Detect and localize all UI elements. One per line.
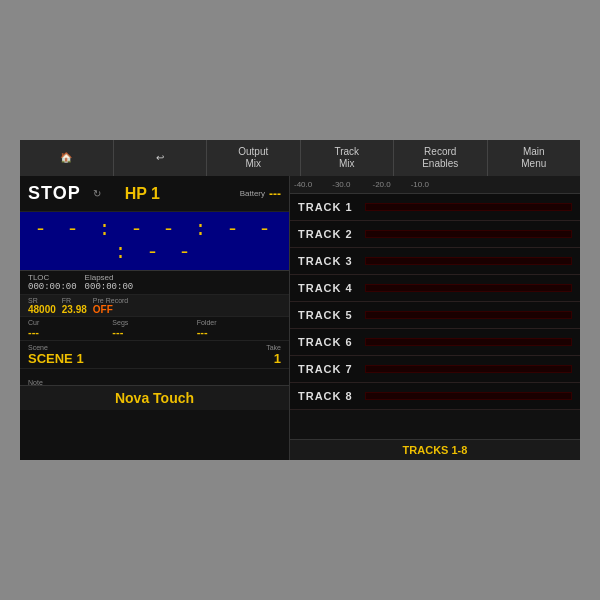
track-mix-label: TrackMix	[334, 146, 359, 170]
sr-value[interactable]: 48000	[28, 304, 56, 315]
settings-row: SR 48000 FR 23.98 Pre Record OFF	[20, 295, 289, 317]
home-icon: 🏠	[60, 152, 72, 164]
hp-label: HP 1	[125, 185, 160, 203]
elapsed-value: 000:00:00	[85, 282, 134, 292]
track-meter-4	[365, 284, 572, 292]
elapsed-col: Elapsed 000:00:00	[85, 273, 134, 292]
track-name-2: TRACK 2	[298, 228, 353, 240]
scene-value[interactable]: SCENE 1	[28, 351, 155, 366]
segs-value: ---	[112, 326, 196, 338]
meter-scale-bar: -40.0 -30.0 -20.0 -10.0	[290, 176, 580, 194]
track-name-6: TRACK 6	[298, 336, 353, 348]
take-label: Take	[155, 344, 282, 351]
tracks-bottom-label: TRACKS 1-8	[290, 439, 580, 460]
track-name-5: TRACK 5	[298, 309, 353, 321]
track-row-8[interactable]: TRACK 8	[290, 383, 580, 410]
take-col: Take 1	[155, 344, 282, 366]
cur-label: Cur	[28, 319, 112, 326]
fr-col: FR 23.98	[62, 297, 87, 315]
segs-label: Segs	[112, 319, 196, 326]
record-enables-label: RecordEnables	[422, 146, 458, 170]
nav-output-mix[interactable]: OutputMix	[207, 140, 301, 176]
note-row: Note	[20, 369, 289, 385]
track-name-8: TRACK 8	[298, 390, 353, 402]
track-name-1: TRACK 1	[298, 201, 353, 213]
transport-row: STOP ↻ HP 1 Battery ---	[20, 176, 289, 212]
nav-bar: 🏠 ↩ OutputMix TrackMix RecordEnables Mai…	[20, 140, 580, 176]
tloc-row: TLOC 000:00:00 Elapsed 000:00:00	[20, 271, 289, 295]
cur-col: Cur ---	[28, 319, 112, 338]
tracks-area: TRACK 1TRACK 2TRACK 3TRACK 4TRACK 5TRACK…	[290, 194, 580, 439]
track-name-7: TRACK 7	[298, 363, 353, 375]
track-meter-2	[365, 230, 572, 238]
meter-tick-3: -20.0	[372, 180, 390, 189]
sync-icon: ↻	[93, 188, 101, 199]
app-container: 🏠 ↩ OutputMix TrackMix RecordEnables Mai…	[20, 140, 580, 460]
folder-value: ---	[197, 326, 281, 338]
track-name-3: TRACK 3	[298, 255, 353, 267]
fr-value[interactable]: 23.98	[62, 304, 87, 315]
elapsed-label: Elapsed	[85, 273, 134, 282]
track-meter-3	[365, 257, 572, 265]
track-meter-5	[365, 311, 572, 319]
track-name-4: TRACK 4	[298, 282, 353, 294]
scene-label: Scene	[28, 344, 155, 351]
track-row-4[interactable]: TRACK 4	[290, 275, 580, 302]
fr-label: FR	[62, 297, 87, 304]
sr-label: SR	[28, 297, 56, 304]
battery-value: ---	[269, 187, 281, 201]
folder-col: Folder ---	[197, 319, 281, 338]
left-bottom-label: Nova Touch	[20, 385, 289, 410]
track-row-2[interactable]: TRACK 2	[290, 221, 580, 248]
nav-record-enables[interactable]: RecordEnables	[394, 140, 488, 176]
scene-col: Scene SCENE 1	[28, 344, 155, 366]
track-row-1[interactable]: TRACK 1	[290, 194, 580, 221]
track-meter-6	[365, 338, 572, 346]
track-meter-8	[365, 392, 572, 400]
timecode-display: - - : - - : - - : - -	[20, 212, 289, 271]
segs-col: Segs ---	[112, 319, 196, 338]
back-icon: ↩	[156, 152, 164, 164]
scene-row: Scene SCENE 1 Take 1	[20, 341, 289, 369]
prerecord-label: Pre Record	[93, 297, 128, 304]
transport-status[interactable]: STOP	[28, 183, 81, 204]
output-mix-label: OutputMix	[238, 146, 268, 170]
track-row-5[interactable]: TRACK 5	[290, 302, 580, 329]
main-menu-label: MainMenu	[521, 146, 546, 170]
prerecord-value[interactable]: OFF	[93, 304, 128, 315]
track-meter-1	[365, 203, 572, 211]
battery-label: Battery	[240, 189, 265, 198]
nav-main-menu[interactable]: MainMenu	[488, 140, 581, 176]
right-panel: -40.0 -30.0 -20.0 -10.0 TRACK 1TRACK 2TR…	[290, 176, 580, 460]
nav-track-mix[interactable]: TrackMix	[301, 140, 395, 176]
meter-tick-4: -10.0	[411, 180, 429, 189]
nav-home[interactable]: 🏠	[20, 140, 114, 176]
main-area: STOP ↻ HP 1 Battery --- - - : - - : - - …	[20, 176, 580, 460]
folder-label: Folder	[197, 319, 281, 326]
battery-row: Battery ---	[240, 187, 281, 201]
nav-back[interactable]: ↩	[114, 140, 208, 176]
left-panel: STOP ↻ HP 1 Battery --- - - : - - : - - …	[20, 176, 290, 460]
sr-col: SR 48000	[28, 297, 56, 315]
meter-tick-2: -30.0	[332, 180, 350, 189]
cue-row: Cur --- Segs --- Folder ---	[20, 317, 289, 341]
cur-value: ---	[28, 326, 112, 338]
prerecord-col: Pre Record OFF	[93, 297, 128, 315]
tloc-label: TLOC	[28, 273, 77, 282]
track-row-3[interactable]: TRACK 3	[290, 248, 580, 275]
take-value[interactable]: 1	[155, 351, 282, 366]
track-meter-7	[365, 365, 572, 373]
meter-tick-1: -40.0	[294, 180, 312, 189]
track-row-7[interactable]: TRACK 7	[290, 356, 580, 383]
track-row-6[interactable]: TRACK 6	[290, 329, 580, 356]
tloc-col: TLOC 000:00:00	[28, 273, 77, 292]
tloc-value: 000:00:00	[28, 282, 77, 292]
